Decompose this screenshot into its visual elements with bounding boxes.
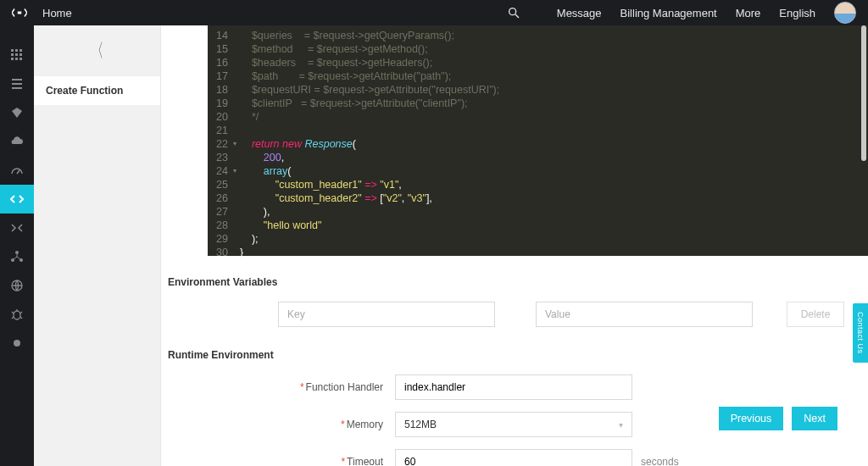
svg-point-21 xyxy=(14,340,20,347)
svg-rect-3 xyxy=(11,49,14,52)
editor-gutter: 1415161718192021222324252627282930 xyxy=(208,25,236,256)
svg-rect-0 xyxy=(18,12,22,14)
env-value-input[interactable] xyxy=(536,302,753,327)
main: 1415161718192021222324252627282930 $quer… xyxy=(161,25,868,466)
nav-billing[interactable]: Billing Management xyxy=(620,7,717,19)
svg-rect-8 xyxy=(19,53,22,56)
secondary-panel: 〈 Create Function xyxy=(34,25,161,466)
editor-body[interactable]: $queries = $request->getQueryParams();$m… xyxy=(236,25,499,256)
rail-gauge-icon[interactable] xyxy=(0,156,34,185)
svg-point-16 xyxy=(15,251,19,254)
memory-value: 512MB xyxy=(404,419,437,430)
next-button[interactable]: Next xyxy=(792,407,837,430)
rail-shuffle-icon[interactable] xyxy=(0,214,34,242)
chevron-left-icon: 〈 xyxy=(91,38,103,64)
back-button[interactable]: 〈 xyxy=(34,25,160,76)
env-key-input[interactable] xyxy=(278,302,495,327)
timeout-label: Timeout xyxy=(347,456,383,466)
svg-rect-4 xyxy=(15,49,18,52)
search-icon[interactable] xyxy=(506,5,521,20)
svg-line-15 xyxy=(17,170,19,174)
svg-rect-12 xyxy=(12,79,22,80)
function-handler-input[interactable] xyxy=(395,374,632,400)
svg-rect-10 xyxy=(15,58,18,60)
svg-point-1 xyxy=(509,8,515,15)
rail-cloud-icon[interactable] xyxy=(0,127,34,156)
svg-rect-5 xyxy=(19,49,22,52)
env-delete-button[interactable]: Delete xyxy=(787,302,844,327)
nav-language[interactable]: English xyxy=(779,7,815,19)
rail-dot-icon[interactable] xyxy=(0,329,34,358)
rail-diamond-icon[interactable] xyxy=(0,98,34,127)
rail-stack-icon[interactable] xyxy=(0,69,34,98)
code-editor[interactable]: 1415161718192021222324252627282930 $quer… xyxy=(208,25,868,256)
env-section-title: Environment Variables xyxy=(168,276,844,288)
memory-select[interactable]: 512MB ▾ xyxy=(395,412,632,437)
svg-rect-14 xyxy=(12,87,22,89)
previous-button[interactable]: Previous xyxy=(719,407,784,430)
nav-more[interactable]: More xyxy=(736,7,761,19)
brand-logo[interactable] xyxy=(12,7,27,19)
chevron-down-icon: ▾ xyxy=(619,420,623,430)
footer-buttons: Previous Next xyxy=(719,407,837,430)
runtime-section-title: Runtime Environment xyxy=(168,349,844,361)
rail-grid-icon[interactable] xyxy=(0,41,34,69)
scrollbar[interactable] xyxy=(861,25,866,466)
rail-bug-icon[interactable] xyxy=(0,300,34,329)
left-rail xyxy=(0,25,34,466)
svg-rect-11 xyxy=(19,58,22,60)
rail-code-icon[interactable] xyxy=(0,185,34,214)
field-function-handler: *Function Handler xyxy=(168,374,844,400)
svg-rect-13 xyxy=(12,83,22,85)
nav-home[interactable]: Home xyxy=(42,7,72,19)
field-timeout: *Timeout seconds xyxy=(168,449,844,466)
env-var-row: Delete xyxy=(168,302,844,327)
nav-message[interactable]: Message xyxy=(557,7,602,19)
svg-rect-9 xyxy=(11,58,14,60)
timeout-input[interactable] xyxy=(395,449,632,466)
timeout-unit: seconds xyxy=(641,456,679,466)
form-area: Environment Variables Delete Runtime Env… xyxy=(161,256,868,466)
memory-label: Memory xyxy=(347,419,383,430)
rail-globe-icon[interactable] xyxy=(0,271,34,300)
svg-rect-7 xyxy=(15,53,18,56)
avatar[interactable] xyxy=(834,2,856,24)
scrollbar-thumb[interactable] xyxy=(861,25,866,161)
sidebar-item-create-function[interactable]: Create Function xyxy=(34,76,160,105)
svg-point-20 xyxy=(14,311,20,319)
svg-line-2 xyxy=(515,14,519,18)
rail-tree-icon[interactable] xyxy=(0,242,34,271)
function-handler-label: Function Handler xyxy=(306,381,383,393)
svg-rect-6 xyxy=(11,53,14,56)
topbar: Home Message Billing Management More Eng… xyxy=(0,0,868,25)
